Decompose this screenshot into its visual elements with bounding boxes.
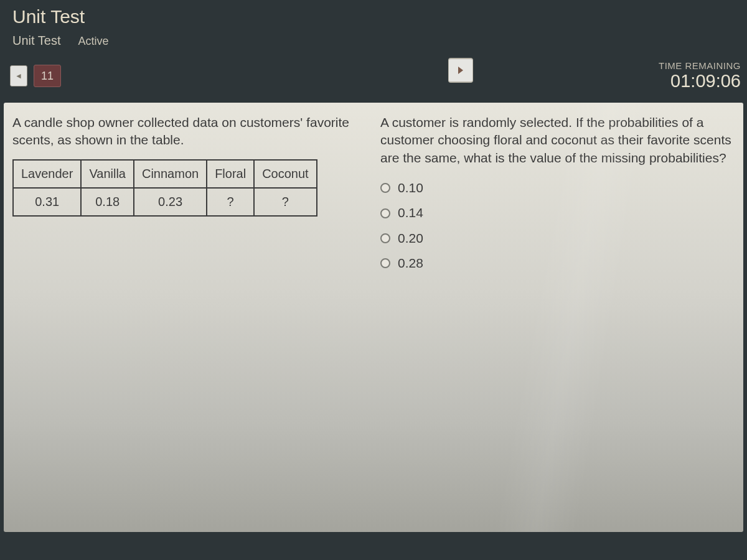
- timer-value: 01:09:06: [659, 71, 741, 91]
- option-label: 0.28: [398, 254, 423, 272]
- scent-probability-table: Lavender Vanilla Cinnamon Floral Coconut…: [12, 159, 317, 217]
- option-3[interactable]: 0.28: [380, 251, 735, 276]
- tab-row: Unit Test Active: [12, 31, 735, 54]
- tab-status-active: Active: [78, 35, 108, 48]
- prompt-column: A candle shop owner collected data on cu…: [12, 114, 367, 523]
- question-nav-bar: ◄ 11 ► TIME REMAINING 01:09:06: [0, 54, 747, 103]
- timer: TIME REMAINING 01:09:06: [659, 60, 742, 91]
- timer-label: TIME REMAINING: [659, 60, 741, 71]
- option-label: 0.14: [398, 204, 423, 222]
- tab-unit-test[interactable]: Unit Test: [12, 34, 60, 48]
- page-title: Unit Test: [12, 6, 735, 27]
- val-coconut: ?: [254, 188, 317, 216]
- question-text: A customer is randomly selected. If the …: [380, 114, 735, 167]
- answer-options: 0.10 0.14 0.20 0.28: [380, 175, 735, 276]
- val-vanilla: 0.18: [81, 188, 134, 216]
- prev-question-button[interactable]: ◄: [10, 65, 27, 86]
- col-lavender: Lavender: [13, 160, 81, 188]
- option-label: 0.10: [398, 179, 423, 197]
- radio-icon: [380, 208, 390, 218]
- table-header-row: Lavender Vanilla Cinnamon Floral Coconut: [13, 160, 317, 188]
- content-panel: A candle shop owner collected data on cu…: [4, 103, 743, 532]
- val-lavender: 0.31: [13, 188, 81, 216]
- option-label: 0.20: [398, 230, 423, 247]
- play-button[interactable]: ►: [448, 58, 473, 83]
- chevron-left-icon: ◄: [15, 72, 22, 80]
- radio-icon: [380, 258, 390, 268]
- question-column: A customer is randomly selected. If the …: [380, 114, 735, 523]
- val-floral: ?: [207, 188, 254, 216]
- col-vanilla: Vanilla: [81, 160, 134, 188]
- col-cinnamon: Cinnamon: [134, 160, 207, 188]
- table-value-row: 0.31 0.18 0.23 ? ?: [13, 188, 317, 216]
- col-coconut: Coconut: [254, 160, 317, 188]
- option-2[interactable]: 0.20: [380, 226, 735, 251]
- question-number-badge[interactable]: 11: [34, 65, 61, 87]
- prompt-text: A candle shop owner collected data on cu…: [12, 114, 367, 149]
- option-1[interactable]: 0.14: [380, 200, 735, 225]
- val-cinnamon: 0.23: [134, 188, 207, 216]
- radio-icon: [380, 183, 390, 193]
- option-0[interactable]: 0.10: [380, 175, 735, 200]
- col-floral: Floral: [207, 160, 254, 188]
- radio-icon: [380, 233, 390, 243]
